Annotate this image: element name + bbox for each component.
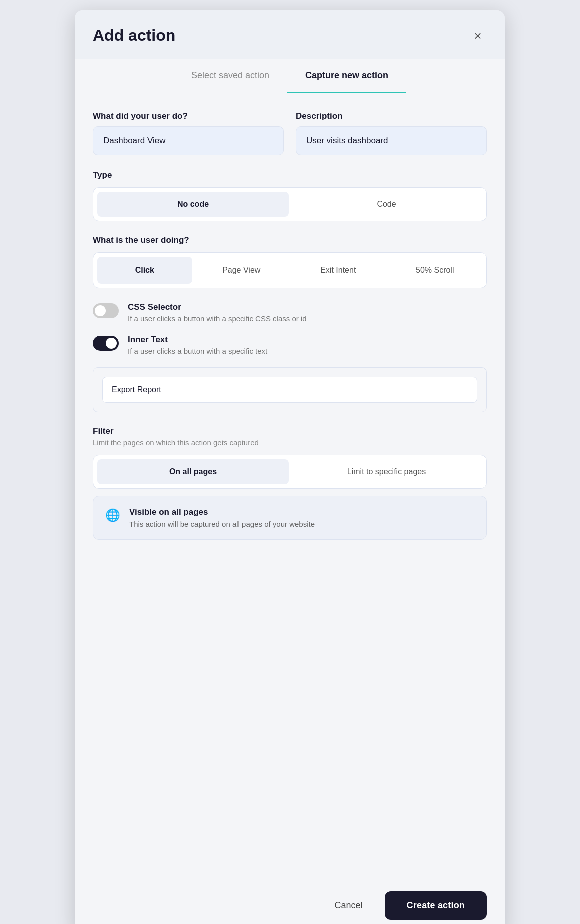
what-did-user-do-input[interactable] (93, 126, 284, 155)
modal-footer: Cancel Create action (75, 877, 505, 924)
action-click-button[interactable]: Click (98, 257, 192, 284)
close-button[interactable]: × (469, 27, 487, 45)
visibility-card: 🌐 Visible on all pages This action will … (93, 496, 487, 540)
filter-toggle-group: On all pages Limit to specific pages (93, 455, 487, 489)
css-selector-slider (93, 303, 119, 318)
type-label: Type (93, 170, 487, 180)
type-no-code-button[interactable]: No code (98, 192, 289, 217)
visibility-desc: This action will be captured on all page… (130, 520, 315, 528)
description-input[interactable] (296, 126, 487, 155)
visibility-title: Visible on all pages (130, 507, 315, 517)
type-code-button[interactable]: Code (291, 192, 482, 217)
tab-select-saved-action[interactable]: Select saved action (174, 59, 288, 93)
modal-header: Add action × (75, 10, 505, 59)
inner-text-desc: If a user clicks a button with a specifi… (128, 347, 268, 355)
type-toggle-group: No code Code (93, 187, 487, 221)
filter-desc: Limit the pages on which this action get… (93, 438, 487, 447)
filter-all-pages-button[interactable]: On all pages (98, 459, 289, 484)
user-action-section: What is the user doing? Click Page View … (93, 235, 487, 288)
inner-text-row: Inner Text If a user clicks a button wit… (93, 335, 487, 355)
user-action-toggle-group: Click Page View Exit Intent 50% Scroll (93, 252, 487, 288)
what-did-user-do-group: What did your user do? (93, 111, 284, 155)
cancel-button[interactable]: Cancel (323, 892, 375, 919)
inner-text-input-wrapper (93, 367, 487, 412)
description-group: Description (296, 111, 487, 155)
globe-icon: 🌐 (106, 508, 120, 522)
filter-specific-pages-button[interactable]: Limit to specific pages (291, 459, 482, 484)
visibility-info: Visible on all pages This action will be… (130, 507, 315, 528)
inner-text-toggle[interactable] (93, 336, 119, 351)
inner-text-input[interactable] (102, 377, 478, 403)
description-label: Description (296, 111, 487, 121)
what-did-user-do-label: What did your user do? (93, 111, 284, 121)
type-section: Type No code Code (93, 170, 487, 221)
inner-text-slider (93, 336, 119, 351)
inner-text-title: Inner Text (128, 335, 268, 345)
inner-text-info: Inner Text If a user clicks a button wit… (128, 335, 268, 355)
css-selector-title: CSS Selector (128, 302, 307, 312)
css-selector-row: CSS Selector If a user clicks a button w… (93, 302, 487, 323)
action-exit-intent-button[interactable]: Exit Intent (291, 257, 386, 284)
tab-capture-new-action[interactable]: Capture new action (288, 59, 406, 93)
filter-section: Filter Limit the pages on which this act… (93, 426, 487, 540)
modal-title: Add action (93, 26, 176, 45)
filter-title: Filter (93, 426, 487, 436)
action-scroll-button[interactable]: 50% Scroll (388, 257, 483, 284)
form-row-top: What did your user do? Description (93, 111, 487, 155)
add-action-modal: Add action × Select saved action Capture… (75, 10, 505, 924)
modal-body: What did your user do? Description Type … (75, 93, 505, 877)
css-selector-desc: If a user clicks a button with a specifi… (128, 314, 307, 323)
create-action-button[interactable]: Create action (385, 891, 487, 920)
tabs-bar: Select saved action Capture new action (75, 59, 505, 93)
css-selector-toggle[interactable] (93, 303, 119, 318)
user-action-label: What is the user doing? (93, 235, 487, 245)
action-page-view-button[interactable]: Page View (194, 257, 290, 284)
css-selector-info: CSS Selector If a user clicks a button w… (128, 302, 307, 323)
